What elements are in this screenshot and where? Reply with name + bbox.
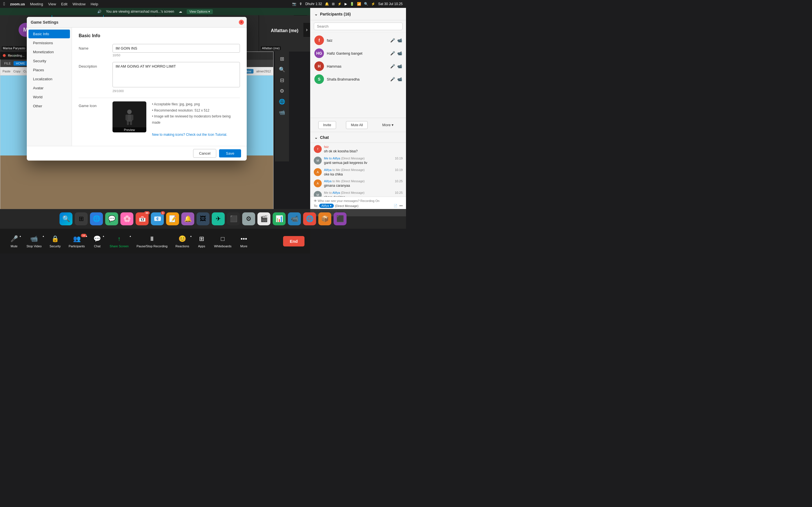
game-icon-row: Preview • Acceptable files: jpg, jpeg, p…: [112, 101, 240, 138]
form-description-row: Description IM AM GOING AT MY HORRO LIMI…: [79, 62, 240, 93]
sidebar-monetization[interactable]: Monetization: [29, 48, 70, 56]
menu-window[interactable]: Window: [72, 2, 86, 6]
form-divider: [79, 98, 240, 98]
name-counter: 10/50: [112, 54, 240, 57]
icon-info-2: • Recommended resolution: 512 x 512: [152, 108, 240, 114]
sidebar-localization[interactable]: Localization: [29, 75, 70, 83]
menu-meeting[interactable]: Meeting: [30, 2, 43, 6]
menubar:  zoom.us Meeting View Edit Window Help …: [0, 0, 406, 8]
description-counter: 29/1000: [112, 89, 240, 93]
dialog-header: Game Settings ✕: [27, 17, 247, 27]
menu-help[interactable]: Help: [91, 2, 98, 6]
dialog-section-title: Basic Info: [79, 33, 240, 38]
dialog-sidebar: Basic Info Permissions Monetization Secu…: [27, 27, 72, 146]
icon-info-3: • Image will be reviewed by moderators b…: [152, 114, 240, 126]
preview-label: Preview: [112, 127, 146, 132]
icon-tutorial-link[interactable]: New to making icons? Check out the Icon …: [152, 132, 240, 138]
sidebar-permissions[interactable]: Permissions: [29, 39, 70, 47]
name-input[interactable]: [112, 44, 240, 53]
game-icon-preview[interactable]: Preview: [112, 101, 146, 132]
form-icon-row: Game Icon Preview: [79, 101, 240, 138]
sidebar-avatar[interactable]: Avatar: [29, 83, 70, 93]
game-settings-dialog: Game Settings ✕ Basic Info Permissions M…: [27, 17, 247, 161]
dialog-body: Basic Info Permissions Monetization Secu…: [27, 27, 247, 146]
name-field: 10/50: [112, 44, 240, 57]
menubar-date: Sat 30 Jul 10.25: [378, 2, 403, 6]
form-name-row: Name 10/50: [79, 44, 240, 57]
menubar-notification: 🔔: [325, 2, 329, 6]
dialog-title: Game Settings: [31, 20, 58, 24]
icon-info-1: • Acceptable files: jpg, jpeg, png: [152, 101, 240, 108]
description-field: IM AM GOING AT MY HORRO LIMIT 29/1000: [112, 62, 240, 93]
menubar-grid-icon: ⊞: [332, 2, 335, 6]
dialog-close-btn[interactable]: ✕: [239, 20, 244, 25]
menubar-time: Dhuhr 1:32: [305, 2, 322, 6]
svg-rect-2: [125, 115, 128, 120]
character-figure: [124, 108, 135, 125]
sidebar-other[interactable]: Other: [29, 102, 70, 110]
game-icon-info: • Acceptable files: jpg, jpeg, png • Rec…: [152, 101, 240, 138]
menu-edit[interactable]: Edit: [61, 2, 67, 6]
dialog-footer: Cancel Save: [27, 146, 247, 161]
sidebar-basic-info[interactable]: Basic Info: [29, 30, 70, 38]
menubar-battery: 🔋: [350, 2, 354, 6]
menubar-wifi: 📶: [357, 2, 361, 6]
menubar-camera-icon: 📷: [292, 2, 296, 6]
app-name[interactable]: zoom.us: [10, 2, 25, 6]
menubar-search[interactable]: 🔍: [364, 2, 368, 6]
cancel-button[interactable]: Cancel: [193, 149, 216, 158]
menubar-record-icon: 🎙: [299, 2, 303, 6]
dialog-main-content: Basic Info Name 10/50 Description IM AM …: [72, 27, 247, 146]
apple-menu[interactable]: : [3, 1, 5, 6]
dialog-overlay: Game Settings ✕ Basic Info Permissions M…: [0, 0, 406, 253]
menu-view[interactable]: View: [48, 2, 56, 6]
svg-rect-5: [130, 122, 132, 125]
name-label: Name: [79, 44, 107, 50]
sidebar-security[interactable]: Security: [29, 57, 70, 65]
save-button[interactable]: Save: [219, 149, 241, 158]
menubar-control-center[interactable]: ⚡: [371, 2, 375, 6]
svg-rect-3: [131, 115, 133, 120]
svg-point-0: [127, 110, 132, 114]
menubar-play-icon: ▶: [345, 2, 347, 6]
icon-label: Game Icon: [79, 101, 107, 108]
sidebar-places[interactable]: Places: [29, 66, 70, 74]
description-textarea[interactable]: IM AM GOING AT MY HORRO LIMIT: [112, 62, 240, 87]
description-label: Description: [79, 62, 107, 68]
menubar-right: 📷 🎙 Dhuhr 1:32 🔔 ⊞ ⚡ ▶ 🔋 📶 🔍 ⚡ Sat 30 Ju…: [292, 2, 403, 6]
svg-rect-4: [127, 122, 129, 125]
sidebar-world[interactable]: World: [29, 93, 70, 101]
menubar-bluetooth: ⚡: [338, 2, 342, 6]
